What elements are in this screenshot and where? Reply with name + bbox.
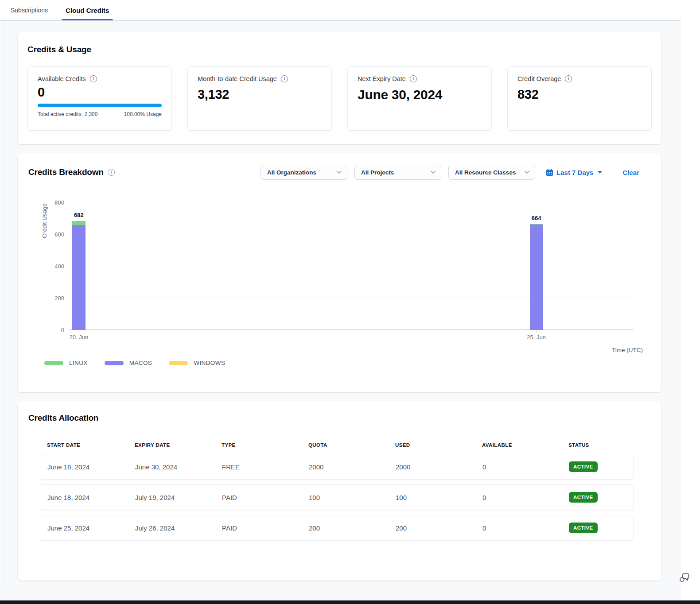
legend-item-macos[interactable]: MACOS xyxy=(105,360,152,366)
clear-filters-link[interactable]: Clear xyxy=(622,169,639,176)
legend-label: MACOS xyxy=(129,360,152,366)
support-chat-icon[interactable] xyxy=(678,571,691,584)
date-range-picker[interactable]: Last 7 Days xyxy=(546,169,602,176)
cell-start-date: June 25, 2024 xyxy=(47,524,135,532)
bar-segment-linux xyxy=(72,221,86,225)
info-icon[interactable]: i xyxy=(108,169,115,176)
cell-status: ACTIVE xyxy=(569,461,633,472)
calendar-icon xyxy=(546,169,553,176)
cell-type: FREE xyxy=(222,463,309,471)
cell-expiry-date: July 19, 2024 xyxy=(135,494,222,501)
allocation-table: START DATE EXPIRY DATE TYPE QUOTA USED A… xyxy=(40,442,634,541)
bottom-window-edge xyxy=(0,600,700,604)
x-axis-title: Time (UTC) xyxy=(612,347,643,353)
credits-allocation-panel: Credits Allocation START DATE EXPIRY DAT… xyxy=(18,401,661,581)
resource-classes-filter[interactable]: All Resource Classes xyxy=(448,165,535,180)
cell-start-date: June 18, 2024 xyxy=(47,494,135,501)
tab-cloud-credits[interactable]: Cloud Credits xyxy=(65,0,110,20)
table-row[interactable]: June 18, 2024June 30, 2024FREE200020000A… xyxy=(40,454,634,480)
chevron-down-icon xyxy=(525,170,529,174)
info-icon[interactable]: i xyxy=(281,75,288,82)
credits-breakdown-title: Credits Breakdown xyxy=(28,167,104,177)
col-expiry-date: EXPIRY DATE xyxy=(135,442,222,448)
next-expiry-label: Next Expiry Date xyxy=(358,75,406,82)
col-quota: QUOTA xyxy=(308,442,395,448)
next-expiry-value: June 30, 2024 xyxy=(358,87,482,102)
cell-expiry-date: July 26, 2024 xyxy=(135,524,222,532)
y-tick-label: 600 xyxy=(54,231,64,238)
main-panel: Subscriptions Cloud Credits Credits & Us… xyxy=(0,0,681,600)
credits-usage-title: Credits & Usage xyxy=(27,45,652,54)
cell-available: 0 xyxy=(482,524,569,532)
credit-usage-chart: Credit Usage 020040060080068220. Jun6642… xyxy=(69,202,634,330)
cell-expiry-date: June 30, 2024 xyxy=(135,463,222,471)
chevron-down-icon xyxy=(337,170,342,174)
tab-subscriptions[interactable]: Subscriptions xyxy=(10,0,49,20)
resource-classes-filter-value: All Resource Classes xyxy=(455,169,516,176)
cell-quota: 200 xyxy=(309,524,396,532)
y-tick-label: 800 xyxy=(54,199,64,206)
projects-filter[interactable]: All Projects xyxy=(354,165,441,180)
legend-swatch xyxy=(44,361,63,365)
x-tick-label: 20. Jun xyxy=(70,334,89,341)
status-badge: ACTIVE xyxy=(569,523,598,533)
chevron-down-icon xyxy=(431,170,436,174)
page-content: Credits & Usage Available Credits i 0 To… xyxy=(4,21,681,581)
credits-usage-panel: Credits & Usage Available Credits i 0 To… xyxy=(18,32,661,144)
mtd-usage-card: Month-to-date Credit Usage i 3,132 xyxy=(187,66,332,131)
table-row[interactable]: June 25, 2024July 26, 2024PAID2002000ACT… xyxy=(40,515,634,541)
bar-20-jun[interactable]: 682 xyxy=(72,221,86,330)
cell-quota: 2000 xyxy=(309,463,396,471)
stat-card-row: Available Credits i 0 Total active credi… xyxy=(27,66,652,131)
mtd-usage-label: Month-to-date Credit Usage xyxy=(198,75,277,82)
y-tick-label: 400 xyxy=(54,263,64,270)
gridline xyxy=(69,266,634,266)
bar-segment-macos xyxy=(530,225,543,330)
available-credits-label: Available Credits xyxy=(38,75,86,82)
gridline xyxy=(69,329,634,330)
credits-progress-fill xyxy=(38,104,162,107)
credit-overage-card: Credit Overage i 832 xyxy=(507,66,652,131)
total-active-credits: Total active credits: 2,300 xyxy=(38,111,97,117)
info-icon[interactable]: i xyxy=(90,75,97,82)
x-tick-mark xyxy=(79,330,79,332)
available-credits-card: Available Credits i 0 Total active credi… xyxy=(27,66,172,131)
status-badge: ACTIVE xyxy=(569,461,598,472)
bar-25-jun[interactable]: 664 xyxy=(530,224,543,330)
table-header-row: START DATE EXPIRY DATE TYPE QUOTA USED A… xyxy=(40,442,634,448)
cell-quota: 100 xyxy=(309,494,396,501)
credits-breakdown-panel: Credits Breakdown i All Organizations Al… xyxy=(18,153,661,392)
caret-down-icon xyxy=(598,171,602,174)
x-tick-label: 25. Jun xyxy=(527,334,546,341)
available-credits-value: 0 xyxy=(38,85,162,100)
tab-bar: Subscriptions Cloud Credits xyxy=(0,0,681,21)
credits-progress-bar xyxy=(38,104,162,107)
cell-used: 200 xyxy=(396,524,482,532)
organizations-filter[interactable]: All Organizations xyxy=(261,165,347,180)
legend-swatch xyxy=(169,361,188,365)
status-badge: ACTIVE xyxy=(569,492,598,503)
cell-available: 0 xyxy=(482,463,569,471)
gridline xyxy=(69,298,634,298)
bar-value-label: 682 xyxy=(74,212,84,218)
gridline xyxy=(69,234,634,234)
credit-overage-value: 832 xyxy=(517,87,642,102)
date-range-value: Last 7 Days xyxy=(556,169,593,176)
y-axis-title: Credit Usage xyxy=(41,203,48,238)
x-tick-mark xyxy=(537,330,537,332)
table-body: June 18, 2024June 30, 2024FREE200020000A… xyxy=(40,454,634,541)
table-row[interactable]: June 18, 2024July 19, 2024PAID1001000ACT… xyxy=(40,484,634,510)
cell-start-date: June 18, 2024 xyxy=(47,463,135,471)
info-icon[interactable]: i xyxy=(565,75,572,82)
cell-available: 0 xyxy=(482,494,569,501)
col-start-date: START DATE xyxy=(47,442,135,448)
legend-item-windows[interactable]: WINDOWS xyxy=(169,360,225,366)
legend-item-linux[interactable]: LINUX xyxy=(44,360,88,366)
info-icon[interactable]: i xyxy=(410,75,417,82)
cell-status: ACTIVE xyxy=(569,523,633,533)
mtd-usage-value: 3,132 xyxy=(198,87,322,102)
credits-allocation-title: Credits Allocation xyxy=(28,413,651,423)
cell-used: 2000 xyxy=(396,463,482,471)
legend-label: LINUX xyxy=(69,360,88,366)
cell-type: PAID xyxy=(222,524,309,532)
